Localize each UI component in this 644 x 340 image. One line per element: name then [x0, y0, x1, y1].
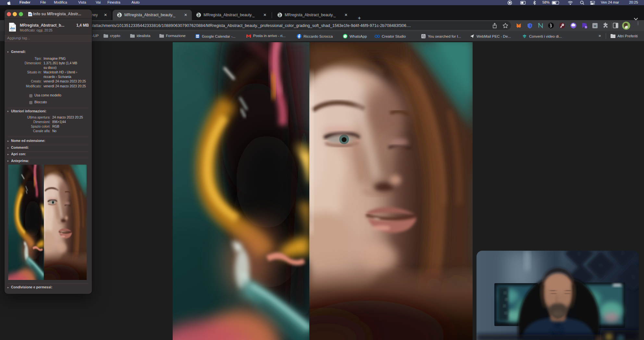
svg-text:5: 5 [585, 26, 587, 29]
svg-text:M: M [594, 24, 596, 28]
svg-text:31: 31 [196, 35, 199, 38]
